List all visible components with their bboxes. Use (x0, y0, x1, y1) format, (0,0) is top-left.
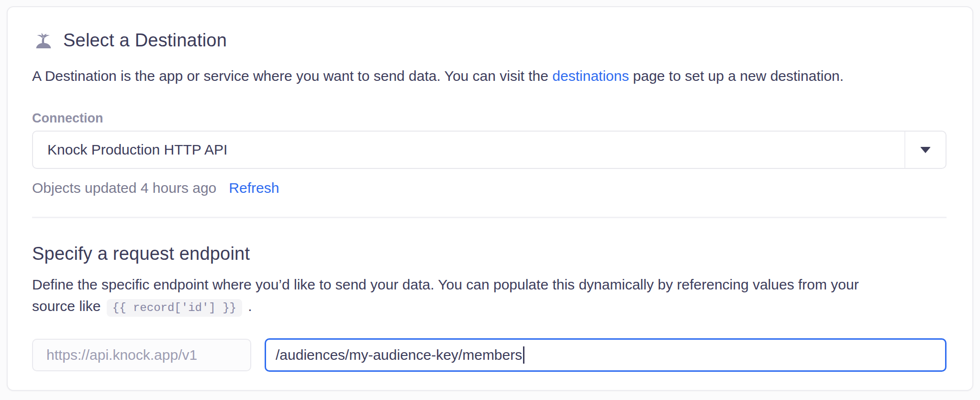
description-text-before: A Destination is the app or service wher… (32, 68, 552, 84)
connection-label: Connection (32, 110, 947, 127)
connection-status-row: Objects updated 4 hours ago Refresh (32, 178, 947, 198)
endpoint-section-title: Specify a request endpoint (32, 242, 947, 265)
palm-island-icon (32, 29, 55, 52)
refresh-link[interactable]: Refresh (229, 178, 279, 198)
connection-select[interactable]: Knock Production HTTP API (32, 131, 947, 169)
record-id-code-chip: {{ record['id'] }} (107, 299, 242, 317)
description-text-after: page to set up a new destination. (629, 68, 844, 84)
destinations-link[interactable]: destinations (552, 68, 629, 84)
endpoint-input[interactable]: /audiences/my-audience-key/members (265, 338, 947, 372)
destination-description: A Destination is the app or service wher… (32, 65, 947, 87)
endpoint-description: Define the specific endpoint where you’d… (32, 274, 947, 319)
select-caret-section[interactable] (904, 132, 946, 168)
endpoint-description-line2-after: . (244, 298, 252, 314)
section-divider (32, 217, 947, 218)
chevron-down-icon (920, 147, 931, 153)
section-header: Select a Destination (32, 29, 947, 52)
endpoint-input-value: /audiences/my-audience-key/members (276, 347, 522, 363)
endpoint-description-line1: Define the specific endpoint where you’d… (32, 277, 859, 292)
destination-card: Select a Destination A Destination is th… (7, 6, 973, 391)
text-cursor (523, 346, 524, 364)
endpoint-input-row: https://api.knock.app/v1 /audiences/my-a… (32, 338, 947, 372)
connection-select-value: Knock Production HTTP API (33, 132, 227, 168)
page-title: Select a Destination (63, 29, 227, 52)
base-url-prefix: https://api.knock.app/v1 (32, 339, 251, 371)
page-background: Select a Destination A Destination is th… (0, 0, 980, 400)
endpoint-description-line2: source like (32, 298, 105, 314)
objects-updated-status: Objects updated 4 hours ago (32, 178, 216, 198)
